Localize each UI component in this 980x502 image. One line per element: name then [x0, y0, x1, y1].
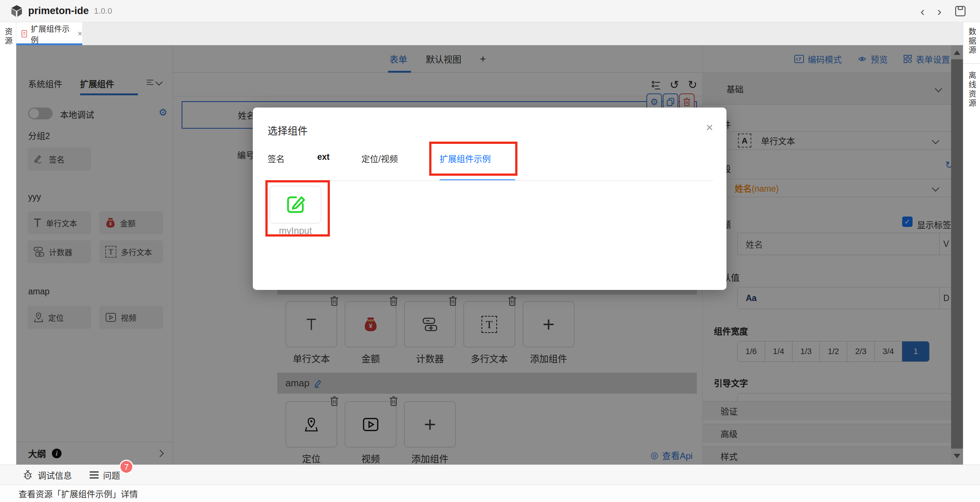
bottom-panel-bar: 调试信息 问题 7 — [0, 465, 980, 484]
doc-tab-title: 扩展组件示例 — [31, 22, 72, 45]
problems-button[interactable]: 问题 — [90, 469, 120, 481]
status-bar: 查看资源「扩展组件示例」详情 — [0, 484, 980, 502]
problems-count-badge: 7 — [119, 460, 134, 474]
doc-tab-close-icon[interactable]: × — [78, 29, 82, 38]
doc-tab-extension-example[interactable]: 扩展组件示例 × — [16, 22, 82, 45]
modal-close-icon[interactable]: × — [706, 120, 713, 135]
app-logo-icon — [10, 4, 24, 18]
list-icon — [90, 471, 99, 479]
nav-back-icon[interactable]: ‹ — [920, 5, 924, 18]
workspace: 系统组件 扩展组件 本地调试 ⚙ 分组2 签名 yyy — [16, 45, 963, 465]
modal-component-label: myInput — [269, 225, 321, 236]
title-bar: primeton-ide 1.0.0 ‹ › — [0, 0, 980, 22]
modal-tab-divider — [266, 180, 713, 181]
modal-title: 选择组件 — [267, 123, 308, 137]
modal-tab-signature[interactable]: 签名 — [267, 152, 285, 165]
offline-resources-strip-tab[interactable]: 离线资源 — [966, 71, 977, 108]
resources-strip-tab[interactable]: 资源 — [3, 27, 14, 46]
app-title: primeton-ide — [28, 5, 89, 17]
modal-tab-location-video[interactable]: 定位/视频 — [361, 152, 398, 165]
modal-tab-extension-example[interactable]: 扩展组件示例 — [439, 152, 491, 165]
select-component-modal: 选择组件 × 签名 ext 定位/视频 扩展组件示例 myInput — [253, 108, 727, 290]
app-version: 1.0.0 — [94, 6, 112, 16]
strip-divider — [963, 64, 980, 64]
debug-info-label: 调试信息 — [38, 469, 72, 481]
right-activity-strip: 数据源 离线资源 — [963, 22, 980, 465]
save-icon[interactable] — [954, 5, 967, 18]
datasource-strip-tab[interactable]: 数据源 — [966, 27, 977, 55]
bug-icon — [24, 470, 33, 480]
edit-square-icon — [285, 194, 306, 215]
modal-component-myinput[interactable] — [269, 186, 321, 223]
modal-tab-ext[interactable]: ext — [317, 152, 329, 162]
document-tab-bar: 扩展组件示例 × — [16, 22, 980, 45]
form-doc-icon — [22, 30, 27, 38]
problems-label: 问题 — [103, 469, 120, 481]
debug-info-button[interactable]: 调试信息 — [24, 469, 72, 481]
status-text: 查看资源「扩展组件示例」详情 — [19, 487, 138, 500]
nav-forward-icon[interactable]: › — [937, 5, 942, 18]
left-activity-strip: 资源 — [0, 22, 16, 465]
